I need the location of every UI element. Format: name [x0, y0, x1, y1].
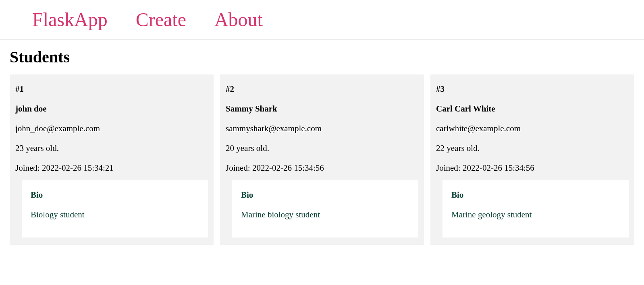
- bio-box: Bio Marine geology student: [442, 180, 629, 238]
- student-age: 20 years old.: [226, 143, 418, 153]
- student-id: #3: [436, 84, 629, 94]
- bio-heading: Bio: [451, 190, 620, 200]
- student-email: john_doe@example.com: [15, 124, 208, 134]
- student-joined: Joined: 2022-02-26 15:34:56: [436, 163, 629, 173]
- bio-text: Biology student: [31, 210, 199, 220]
- student-age: 22 years old.: [436, 143, 629, 153]
- student-name: Sammy Shark: [226, 104, 418, 114]
- bio-heading: Bio: [31, 190, 199, 200]
- page-title: Students: [10, 48, 634, 66]
- student-card: #1 john doe john_doe@example.com 23 year…: [10, 74, 214, 245]
- student-name: Carl Carl White: [436, 104, 629, 114]
- nav-create-link[interactable]: Create: [136, 8, 186, 31]
- student-id: #2: [226, 84, 418, 94]
- student-cards-row: #1 john doe john_doe@example.com 23 year…: [10, 74, 634, 245]
- nav-about-link[interactable]: About: [214, 8, 263, 31]
- bio-box: Bio Marine biology student: [232, 180, 418, 238]
- student-joined: Joined: 2022-02-26 15:34:56: [226, 163, 418, 173]
- nav-brand-link[interactable]: FlaskApp: [32, 8, 108, 31]
- bio-heading: Bio: [241, 190, 409, 200]
- student-name: john doe: [15, 104, 208, 114]
- student-id: #1: [15, 84, 208, 94]
- student-joined: Joined: 2022-02-26 15:34:21: [15, 163, 208, 173]
- main-content: Students #1 john doe john_doe@example.co…: [0, 39, 644, 253]
- student-card: #3 Carl Carl White carlwhite@example.com…: [430, 74, 634, 245]
- student-email: sammyshark@example.com: [226, 124, 418, 134]
- navbar: FlaskApp Create About: [0, 0, 644, 39]
- student-age: 23 years old.: [15, 143, 208, 153]
- bio-text: Marine biology student: [241, 210, 409, 220]
- student-email: carlwhite@example.com: [436, 124, 629, 134]
- bio-box: Bio Biology student: [22, 180, 208, 238]
- bio-text: Marine geology student: [451, 210, 620, 220]
- student-card: #2 Sammy Shark sammyshark@example.com 20…: [220, 74, 424, 245]
